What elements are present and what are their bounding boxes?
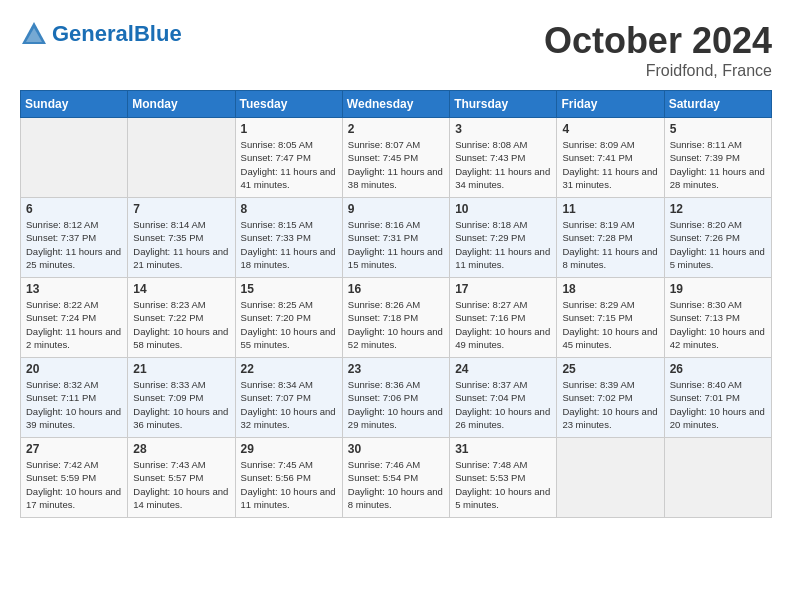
cell-content: Sunrise: 8:09 AM Sunset: 7:41 PM Dayligh… <box>562 138 658 191</box>
day-number: 26 <box>670 362 766 376</box>
calendar-cell: 25Sunrise: 8:39 AM Sunset: 7:02 PM Dayli… <box>557 358 664 438</box>
weekday-header-sunday: Sunday <box>21 91 128 118</box>
calendar-week-row: 6Sunrise: 8:12 AM Sunset: 7:37 PM Daylig… <box>21 198 772 278</box>
calendar-cell: 26Sunrise: 8:40 AM Sunset: 7:01 PM Dayli… <box>664 358 771 438</box>
day-number: 29 <box>241 442 337 456</box>
day-number: 10 <box>455 202 551 216</box>
calendar-cell: 13Sunrise: 8:22 AM Sunset: 7:24 PM Dayli… <box>21 278 128 358</box>
calendar-cell <box>664 438 771 518</box>
calendar-week-row: 1Sunrise: 8:05 AM Sunset: 7:47 PM Daylig… <box>21 118 772 198</box>
calendar-cell: 1Sunrise: 8:05 AM Sunset: 7:47 PM Daylig… <box>235 118 342 198</box>
day-number: 18 <box>562 282 658 296</box>
calendar-cell: 5Sunrise: 8:11 AM Sunset: 7:39 PM Daylig… <box>664 118 771 198</box>
cell-content: Sunrise: 7:45 AM Sunset: 5:56 PM Dayligh… <box>241 458 337 511</box>
calendar-cell: 17Sunrise: 8:27 AM Sunset: 7:16 PM Dayli… <box>450 278 557 358</box>
day-number: 11 <box>562 202 658 216</box>
cell-content: Sunrise: 8:40 AM Sunset: 7:01 PM Dayligh… <box>670 378 766 431</box>
calendar-cell: 23Sunrise: 8:36 AM Sunset: 7:06 PM Dayli… <box>342 358 449 438</box>
cell-content: Sunrise: 7:46 AM Sunset: 5:54 PM Dayligh… <box>348 458 444 511</box>
logo-line2: Blue <box>134 21 182 46</box>
day-number: 2 <box>348 122 444 136</box>
calendar-cell: 2Sunrise: 8:07 AM Sunset: 7:45 PM Daylig… <box>342 118 449 198</box>
cell-content: Sunrise: 8:25 AM Sunset: 7:20 PM Dayligh… <box>241 298 337 351</box>
cell-content: Sunrise: 8:37 AM Sunset: 7:04 PM Dayligh… <box>455 378 551 431</box>
cell-content: Sunrise: 8:39 AM Sunset: 7:02 PM Dayligh… <box>562 378 658 431</box>
calendar-cell: 30Sunrise: 7:46 AM Sunset: 5:54 PM Dayli… <box>342 438 449 518</box>
calendar-cell: 18Sunrise: 8:29 AM Sunset: 7:15 PM Dayli… <box>557 278 664 358</box>
day-number: 7 <box>133 202 229 216</box>
day-number: 14 <box>133 282 229 296</box>
calendar-cell <box>21 118 128 198</box>
calendar-cell: 9Sunrise: 8:16 AM Sunset: 7:31 PM Daylig… <box>342 198 449 278</box>
calendar-cell: 22Sunrise: 8:34 AM Sunset: 7:07 PM Dayli… <box>235 358 342 438</box>
weekday-header-friday: Friday <box>557 91 664 118</box>
title-block: October 2024 Froidfond, France <box>544 20 772 80</box>
calendar-week-row: 27Sunrise: 7:42 AM Sunset: 5:59 PM Dayli… <box>21 438 772 518</box>
calendar-cell: 6Sunrise: 8:12 AM Sunset: 7:37 PM Daylig… <box>21 198 128 278</box>
day-number: 16 <box>348 282 444 296</box>
cell-content: Sunrise: 8:16 AM Sunset: 7:31 PM Dayligh… <box>348 218 444 271</box>
calendar-cell: 29Sunrise: 7:45 AM Sunset: 5:56 PM Dayli… <box>235 438 342 518</box>
calendar-cell: 7Sunrise: 8:14 AM Sunset: 7:35 PM Daylig… <box>128 198 235 278</box>
cell-content: Sunrise: 8:12 AM Sunset: 7:37 PM Dayligh… <box>26 218 122 271</box>
cell-content: Sunrise: 8:14 AM Sunset: 7:35 PM Dayligh… <box>133 218 229 271</box>
day-number: 13 <box>26 282 122 296</box>
cell-content: Sunrise: 8:33 AM Sunset: 7:09 PM Dayligh… <box>133 378 229 431</box>
calendar-cell: 19Sunrise: 8:30 AM Sunset: 7:13 PM Dayli… <box>664 278 771 358</box>
weekday-header-tuesday: Tuesday <box>235 91 342 118</box>
calendar-cell <box>557 438 664 518</box>
location: Froidfond, France <box>544 62 772 80</box>
cell-content: Sunrise: 8:20 AM Sunset: 7:26 PM Dayligh… <box>670 218 766 271</box>
calendar-cell: 28Sunrise: 7:43 AM Sunset: 5:57 PM Dayli… <box>128 438 235 518</box>
day-number: 3 <box>455 122 551 136</box>
weekday-header-row: SundayMondayTuesdayWednesdayThursdayFrid… <box>21 91 772 118</box>
day-number: 15 <box>241 282 337 296</box>
calendar-cell: 24Sunrise: 8:37 AM Sunset: 7:04 PM Dayli… <box>450 358 557 438</box>
cell-content: Sunrise: 8:36 AM Sunset: 7:06 PM Dayligh… <box>348 378 444 431</box>
cell-content: Sunrise: 7:43 AM Sunset: 5:57 PM Dayligh… <box>133 458 229 511</box>
cell-content: Sunrise: 8:08 AM Sunset: 7:43 PM Dayligh… <box>455 138 551 191</box>
weekday-header-monday: Monday <box>128 91 235 118</box>
cell-content: Sunrise: 7:42 AM Sunset: 5:59 PM Dayligh… <box>26 458 122 511</box>
cell-content: Sunrise: 8:18 AM Sunset: 7:29 PM Dayligh… <box>455 218 551 271</box>
day-number: 19 <box>670 282 766 296</box>
calendar-cell: 4Sunrise: 8:09 AM Sunset: 7:41 PM Daylig… <box>557 118 664 198</box>
calendar-cell: 14Sunrise: 8:23 AM Sunset: 7:22 PM Dayli… <box>128 278 235 358</box>
logo: GeneralBlue <box>20 20 182 48</box>
day-number: 28 <box>133 442 229 456</box>
calendar-week-row: 13Sunrise: 8:22 AM Sunset: 7:24 PM Dayli… <box>21 278 772 358</box>
calendar-cell: 8Sunrise: 8:15 AM Sunset: 7:33 PM Daylig… <box>235 198 342 278</box>
calendar-cell: 16Sunrise: 8:26 AM Sunset: 7:18 PM Dayli… <box>342 278 449 358</box>
cell-content: Sunrise: 8:26 AM Sunset: 7:18 PM Dayligh… <box>348 298 444 351</box>
cell-content: Sunrise: 8:34 AM Sunset: 7:07 PM Dayligh… <box>241 378 337 431</box>
cell-content: Sunrise: 8:22 AM Sunset: 7:24 PM Dayligh… <box>26 298 122 351</box>
cell-content: Sunrise: 8:32 AM Sunset: 7:11 PM Dayligh… <box>26 378 122 431</box>
day-number: 25 <box>562 362 658 376</box>
calendar-cell: 15Sunrise: 8:25 AM Sunset: 7:20 PM Dayli… <box>235 278 342 358</box>
cell-content: Sunrise: 8:19 AM Sunset: 7:28 PM Dayligh… <box>562 218 658 271</box>
day-number: 1 <box>241 122 337 136</box>
day-number: 8 <box>241 202 337 216</box>
calendar-cell: 27Sunrise: 7:42 AM Sunset: 5:59 PM Dayli… <box>21 438 128 518</box>
weekday-header-thursday: Thursday <box>450 91 557 118</box>
day-number: 27 <box>26 442 122 456</box>
logo-icon <box>20 20 48 48</box>
weekday-header-wednesday: Wednesday <box>342 91 449 118</box>
day-number: 6 <box>26 202 122 216</box>
calendar-cell: 31Sunrise: 7:48 AM Sunset: 5:53 PM Dayli… <box>450 438 557 518</box>
calendar-cell: 3Sunrise: 8:08 AM Sunset: 7:43 PM Daylig… <box>450 118 557 198</box>
day-number: 21 <box>133 362 229 376</box>
month-title: October 2024 <box>544 20 772 62</box>
day-number: 17 <box>455 282 551 296</box>
day-number: 5 <box>670 122 766 136</box>
day-number: 30 <box>348 442 444 456</box>
day-number: 12 <box>670 202 766 216</box>
cell-content: Sunrise: 7:48 AM Sunset: 5:53 PM Dayligh… <box>455 458 551 511</box>
calendar-cell <box>128 118 235 198</box>
calendar-cell: 10Sunrise: 8:18 AM Sunset: 7:29 PM Dayli… <box>450 198 557 278</box>
cell-content: Sunrise: 8:29 AM Sunset: 7:15 PM Dayligh… <box>562 298 658 351</box>
calendar-cell: 21Sunrise: 8:33 AM Sunset: 7:09 PM Dayli… <box>128 358 235 438</box>
calendar-cell: 20Sunrise: 8:32 AM Sunset: 7:11 PM Dayli… <box>21 358 128 438</box>
logo-text: GeneralBlue <box>52 22 182 46</box>
day-number: 9 <box>348 202 444 216</box>
